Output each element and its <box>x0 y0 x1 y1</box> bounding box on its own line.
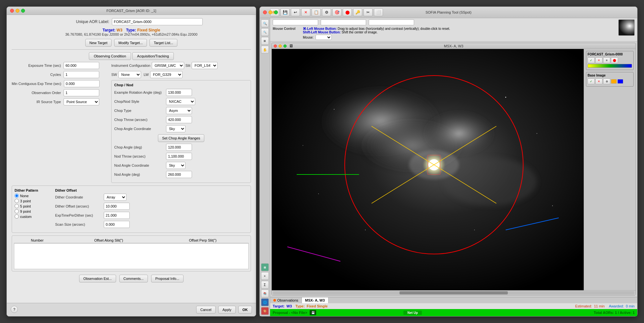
nod-angle-input[interactable] <box>166 171 192 178</box>
close-button[interactable] <box>10 9 14 13</box>
zoom-out-button[interactable]: 🔍 <box>261 28 269 36</box>
base-zoom-button[interactable]: ⚙ <box>603 78 610 84</box>
chop-nod-style-select[interactable]: NXCAC <box>166 98 195 105</box>
instrument-config-select[interactable]: GRISM_LWC <box>152 62 184 69</box>
nod-angle-coord-select[interactable]: Sky <box>166 162 185 169</box>
scrollbar-thumb[interactable] <box>400 291 508 294</box>
aor-input[interactable] <box>112 18 203 25</box>
dither-offset-title: Dither Offset <box>55 188 248 192</box>
layer-button[interactable]: ≡ <box>261 272 269 280</box>
example-rotation-input[interactable] <box>166 89 192 96</box>
acquisition-tracking-tab[interactable]: Acquisition/Tracking <box>132 52 174 60</box>
forcast-grid-button[interactable]: ≡ <box>603 57 610 63</box>
mouse-select[interactable] <box>316 35 332 40</box>
proposal-info-button[interactable]: Proposal Info... <box>151 275 184 282</box>
apply-button[interactable]: Apply <box>218 306 236 314</box>
dither-3pt-radio[interactable] <box>15 199 19 203</box>
horizontal-scrollbar[interactable] <box>273 291 634 294</box>
forcast-target-button[interactable]: ⬤ <box>611 57 618 63</box>
color-button[interactable]: 🎨 <box>261 307 269 315</box>
toolbar-scissors-button[interactable]: ✂ <box>364 8 373 16</box>
dither-none-option[interactable]: None <box>15 194 50 198</box>
exp-time-per-dither-input[interactable] <box>104 212 130 219</box>
image-canvas[interactable] <box>272 49 584 290</box>
toolbar-circle-button[interactable]: ⬤ <box>343 8 352 16</box>
tab-observations[interactable]: Observations <box>270 297 302 303</box>
help-button[interactable]: ? <box>11 306 18 313</box>
ir-source-label: IR Source Type <box>12 100 64 104</box>
ok-button[interactable]: OK <box>238 306 252 314</box>
set-chop-angle-button[interactable]: Set Chop Angle Ranges <box>158 134 204 142</box>
toolbar-delete-button[interactable]: ✕ <box>301 8 310 16</box>
observing-condition-tab[interactable]: Observing Condition <box>89 52 131 60</box>
observation-order-input[interactable] <box>64 89 99 96</box>
search-input-1[interactable] <box>273 19 318 25</box>
right-minimize-button[interactable] <box>268 10 272 14</box>
slit-select[interactable]: FOR_LS47 <box>192 62 218 69</box>
target-coords: 36.767080, 61.874190 Equ J2000 or 2h27m0… <box>12 32 251 36</box>
chop-throw-input[interactable] <box>166 116 192 123</box>
search-input-3[interactable] <box>369 19 414 25</box>
ir-source-select[interactable]: Point Source <box>64 98 99 105</box>
lw-select[interactable]: FOR_G329 <box>150 71 183 78</box>
cancel-button[interactable]: Cancel <box>196 306 216 314</box>
base-color2-button[interactable] <box>617 79 623 84</box>
pan-button[interactable]: ✋ <box>261 46 269 54</box>
toolbar-undo-button[interactable]: ↩ <box>291 8 300 16</box>
zoom-in-button[interactable]: 🔍 <box>261 19 269 27</box>
dither-offset-input[interactable] <box>104 203 130 210</box>
dither-5pt-radio[interactable] <box>15 204 19 208</box>
inner-close-button[interactable] <box>274 44 277 48</box>
target-list-button[interactable]: Target List... <box>149 39 177 47</box>
chop-type-select[interactable]: Asym <box>166 107 192 114</box>
toolbar-save-button[interactable]: 💾 <box>280 8 290 16</box>
new-target-button[interactable]: New Target <box>85 39 112 47</box>
zoom-fit-button[interactable]: ⊞ <box>261 37 269 45</box>
sigma-button[interactable]: Σ <box>261 281 269 289</box>
maximize-button[interactable] <box>21 9 25 13</box>
right-maximize-button[interactable] <box>274 10 278 14</box>
right-close-button[interactable] <box>263 10 267 14</box>
toolbar-copy-button[interactable]: 📋 <box>312 8 321 16</box>
base-x-button[interactable]: ✕ <box>595 78 602 84</box>
exposure-time-input[interactable] <box>64 62 99 69</box>
inner-maximize-button[interactable] <box>283 44 287 48</box>
chop-angle-input[interactable] <box>166 144 192 151</box>
exp-time-per-dither-row: ExpTimePerDither (sec) <box>55 212 248 219</box>
min-contiguous-input[interactable] <box>64 80 100 87</box>
save-proposal-button[interactable]: 💾 <box>310 310 316 315</box>
sw-select[interactable]: None <box>118 71 141 78</box>
left-titlebar: FORCAST_Grism [AOR ID: _1] <box>7 7 256 15</box>
search-input-2[interactable] <box>321 19 366 25</box>
dither-custom-radio[interactable] <box>15 214 19 219</box>
nod-throw-input[interactable] <box>166 153 192 160</box>
comments-button[interactable]: Comments... <box>119 275 148 282</box>
toolbar-square-button[interactable]: ⬜ <box>374 8 383 16</box>
forcast-x-button[interactable]: ✕ <box>595 57 602 63</box>
base-color1-button[interactable] <box>611 79 617 84</box>
tab-msx[interactable]: MSX- A, W3 <box>302 297 328 303</box>
modify-target-button[interactable]: Modify Target... <box>114 39 147 47</box>
chop-angle-row: Chop Angle (deg) <box>114 144 248 151</box>
dither-5pt-option[interactable]: 5 point <box>15 204 50 208</box>
catalog-button[interactable]: 📚 <box>261 290 269 297</box>
dither-9pt-radio[interactable] <box>15 209 19 213</box>
toolbar-target-button[interactable]: 🎯 <box>332 8 341 16</box>
inner-minimize-button[interactable] <box>279 44 282 48</box>
dither-9pt-option[interactable]: 9 point <box>15 209 50 213</box>
minimize-button[interactable] <box>16 9 19 13</box>
dither-coordinate-select[interactable]: Array <box>104 194 126 201</box>
dither-custom-option[interactable]: custom <box>15 214 50 219</box>
cycles-input[interactable] <box>64 71 99 78</box>
observation-est-button[interactable]: Observation Est... <box>79 275 116 282</box>
base-check-button[interactable]: ✓ <box>588 78 595 84</box>
toolbar-settings-button[interactable]: ⚙ <box>322 8 331 16</box>
forcast-check-button[interactable]: ✓ <box>588 57 595 63</box>
scan-size-input[interactable] <box>104 221 130 228</box>
dither-none-radio[interactable] <box>15 194 19 198</box>
dither-3pt-option[interactable]: 3 point <box>15 199 50 203</box>
chop-angle-coord-select[interactable]: Sky <box>166 125 185 132</box>
globe-button[interactable]: 🌐 <box>261 298 269 306</box>
toolbar-key-button[interactable]: 🔑 <box>353 8 362 16</box>
grid-button[interactable]: ▦ <box>261 263 269 271</box>
